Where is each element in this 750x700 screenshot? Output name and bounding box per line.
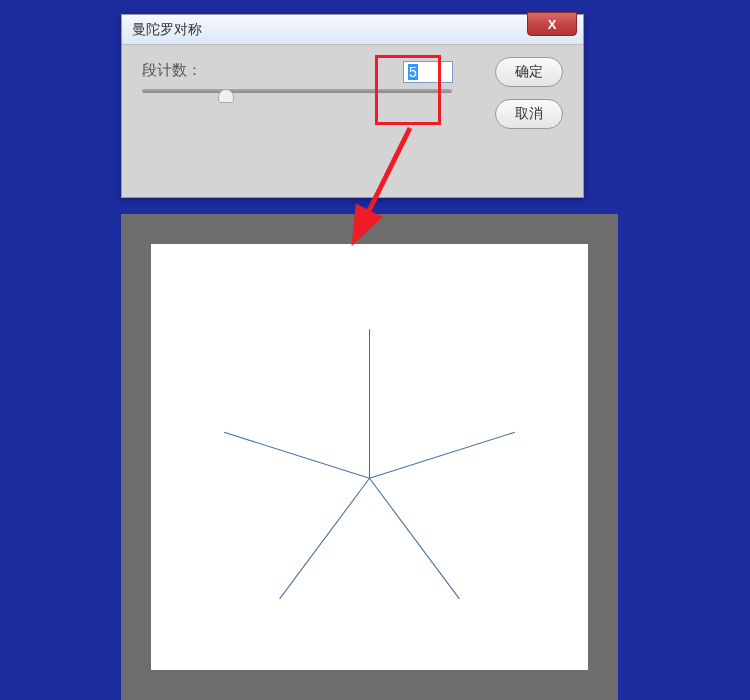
ok-button-label: 确定 — [515, 63, 543, 81]
svg-line-4 — [370, 478, 460, 599]
ok-button[interactable]: 确定 — [495, 57, 563, 87]
dialog-title: 曼陀罗对称 — [132, 21, 202, 39]
dialog-titlebar[interactable]: 曼陀罗对称 X — [122, 15, 583, 45]
symmetry-guides — [151, 244, 588, 670]
close-button[interactable]: X — [527, 12, 577, 36]
segment-count-label: 段计数： — [142, 61, 202, 80]
dialog-body: 段计数： 5 确定 取消 — [122, 45, 583, 197]
cancel-button[interactable]: 取消 — [495, 99, 563, 129]
drawing-canvas[interactable] — [151, 244, 588, 670]
cancel-button-label: 取消 — [515, 105, 543, 123]
close-icon: X — [548, 17, 557, 32]
canvas-area — [121, 214, 618, 700]
svg-line-6 — [224, 432, 369, 478]
svg-line-3 — [370, 432, 515, 478]
segment-count-value: 5 — [408, 64, 418, 80]
segment-slider-track[interactable] — [142, 89, 452, 93]
svg-line-5 — [280, 478, 370, 599]
mandala-symmetry-dialog: 曼陀罗对称 X 段计数： 5 确定 取消 — [121, 14, 584, 198]
segment-count-input[interactable]: 5 — [403, 61, 453, 83]
segment-slider-thumb[interactable] — [218, 89, 234, 103]
